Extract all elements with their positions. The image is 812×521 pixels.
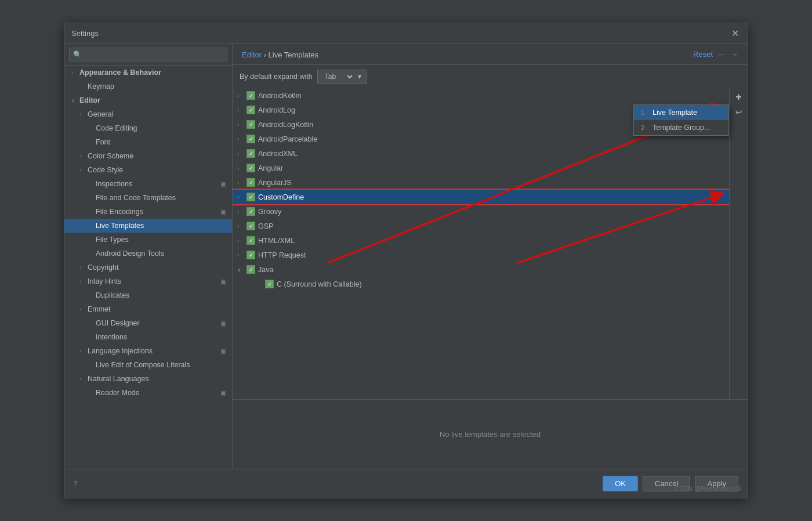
sidebar-item-emmet[interactable]: › Emmet xyxy=(64,302,232,316)
checkbox-icon[interactable] xyxy=(246,178,255,187)
chevron-icon: › xyxy=(237,223,244,229)
chevron-icon: ∨ xyxy=(237,267,244,273)
dropdown-live-template[interactable]: 1 Live Template xyxy=(634,105,728,120)
sidebar-item-label: Natural Languages xyxy=(88,375,149,383)
group-label: AngularJS xyxy=(258,179,292,187)
sidebar-item-general[interactable]: › General xyxy=(64,107,232,121)
ok-button[interactable]: OK xyxy=(603,476,638,491)
group-groovy[interactable]: › Groovy xyxy=(233,204,729,219)
search-input[interactable] xyxy=(69,48,227,61)
checkbox-icon[interactable] xyxy=(265,280,274,288)
sidebar: › Appearance & Behavior Keymap ∨ Editor … xyxy=(64,44,233,469)
group-label: CustomDefine xyxy=(258,193,304,201)
sidebar-item-file-types[interactable]: File Types xyxy=(64,233,232,247)
sidebar-item-code-style[interactable]: › Code Style xyxy=(64,163,232,177)
checkbox-icon[interactable] xyxy=(246,193,255,201)
sidebar-item-code-editing[interactable]: Code Editing xyxy=(64,121,232,135)
add-button[interactable]: + xyxy=(733,91,745,103)
sidebar-item-appearance[interactable]: › Appearance & Behavior xyxy=(64,66,232,79)
group-label: AndroidXML xyxy=(258,150,298,158)
item-label: Live Template xyxy=(652,108,697,117)
group-label: Java xyxy=(258,266,273,274)
sidebar-item-editor[interactable]: ∨ Editor xyxy=(64,93,232,107)
sidebar-item-font[interactable]: Font xyxy=(64,135,232,149)
toolbar: By default expand with Tab Space Enter ▾ xyxy=(233,65,748,88)
chevron-icon: › xyxy=(237,122,244,128)
checkbox-icon[interactable] xyxy=(246,106,255,114)
group-android-kotlin[interactable]: › AndroidKotlin xyxy=(233,88,729,103)
chevron-icon: › xyxy=(79,376,85,382)
sidebar-item-file-encodings[interactable]: File Encodings ▣ xyxy=(64,205,232,219)
group-label: HTML/XML xyxy=(258,237,295,245)
chevron-icon: › xyxy=(79,278,85,284)
search-box xyxy=(64,44,232,66)
templates-area: › AndroidKotlin › AndroidLog › AndroidLo… xyxy=(233,88,748,399)
item-num: 1 xyxy=(641,109,648,116)
dropdown-chevron-icon: ▾ xyxy=(358,73,361,81)
badge-icon: ▣ xyxy=(220,389,226,397)
sidebar-item-language-injections[interactable]: › Language Injections ▣ xyxy=(64,344,232,358)
sidebar-item-file-code-templates[interactable]: File and Code Templates xyxy=(64,191,232,205)
sidebar-item-label: GUI Designer xyxy=(96,319,140,327)
sidebar-item-natural-languages[interactable]: › Natural Languages xyxy=(64,372,232,386)
breadcrumb: Editor › Live Templates xyxy=(242,49,318,60)
group-android-xml[interactable]: › AndroidXML xyxy=(233,146,729,161)
checkbox-icon[interactable] xyxy=(246,207,255,216)
sidebar-item-live-edit-compose[interactable]: Live Edit of Compose Literals xyxy=(64,358,232,372)
template-java-c[interactable]: C (Surround with Callable) xyxy=(233,277,729,291)
checkbox-icon[interactable] xyxy=(246,135,255,143)
group-angular-js[interactable]: › AngularJS xyxy=(233,175,729,190)
group-label: AndroidParcelable xyxy=(258,135,317,143)
sidebar-item-inlay-hints[interactable]: › Inlay Hints ▣ xyxy=(64,274,232,288)
sidebar-item-copyright[interactable]: › Copyright xyxy=(64,260,232,274)
close-button[interactable]: ✕ xyxy=(729,28,741,39)
breadcrumb-parent[interactable]: Editor xyxy=(242,50,262,59)
group-custom-define[interactable]: › CustomDefine xyxy=(233,190,729,204)
sidebar-item-label: Inspections xyxy=(96,180,132,188)
group-label: Angular xyxy=(258,164,283,172)
sidebar-item-gui-designer[interactable]: GUI Designer ▣ xyxy=(64,316,232,330)
sidebar-item-intentions[interactable]: Intentions xyxy=(64,330,232,344)
dropdown-template-group[interactable]: 2 Template Group... xyxy=(634,120,728,135)
sidebar-item-label: Code Editing xyxy=(96,124,137,132)
sidebar-item-reader-mode[interactable]: Reader Mode ▣ xyxy=(64,386,232,400)
sidebar-item-inspections[interactable]: Inspections ▣ xyxy=(64,177,232,191)
sidebar-item-keymap[interactable]: Keymap xyxy=(64,79,232,93)
sidebar-item-live-templates[interactable]: Live Templates xyxy=(64,219,232,233)
help-icon[interactable]: ? xyxy=(74,480,78,488)
undo-button[interactable]: ↩ xyxy=(733,106,745,118)
checkbox-icon[interactable] xyxy=(246,91,255,100)
expand-label: By default expand with xyxy=(240,73,313,81)
checkbox-icon[interactable] xyxy=(246,120,255,129)
sidebar-item-label: Live Templates xyxy=(96,222,144,230)
group-gsp[interactable]: › GSP xyxy=(233,219,729,233)
sidebar-item-label: General xyxy=(88,110,113,118)
sidebar-tree: › Appearance & Behavior Keymap ∨ Editor … xyxy=(64,66,232,469)
checkbox-icon[interactable] xyxy=(246,265,255,274)
checkbox-icon[interactable] xyxy=(246,164,255,172)
sidebar-item-label: Keymap xyxy=(88,82,114,91)
group-html-xml[interactable]: › HTML/XML xyxy=(233,233,729,248)
checkbox-icon[interactable] xyxy=(246,222,255,230)
expand-select[interactable]: Tab Space Enter xyxy=(322,72,354,81)
forward-button[interactable]: → xyxy=(730,50,738,59)
breadcrumb-actions: Reset ← → xyxy=(693,50,738,59)
group-java[interactable]: ∨ Java xyxy=(233,262,729,277)
right-panel-buttons: + ↩ 1 Live Template 2 Template Group... xyxy=(729,88,748,399)
sidebar-item-duplicates[interactable]: Duplicates xyxy=(64,288,232,302)
sidebar-item-color-scheme[interactable]: › Color Scheme xyxy=(64,149,232,163)
sidebar-item-label: File and Code Templates xyxy=(96,194,176,202)
checkbox-icon[interactable] xyxy=(246,236,255,245)
checkbox-icon[interactable] xyxy=(246,149,255,158)
group-angular[interactable]: › Angular xyxy=(233,161,729,175)
main-content: Editor › Live Templates Reset ← → By def… xyxy=(233,44,748,469)
reset-button[interactable]: Reset xyxy=(693,50,713,59)
chevron-icon: › xyxy=(237,180,244,186)
sidebar-item-android-design-tools[interactable]: Android Design Tools xyxy=(64,247,232,260)
back-button[interactable]: ← xyxy=(717,50,726,59)
group-http-request[interactable]: › HTTP Request xyxy=(233,248,729,262)
checkbox-icon[interactable] xyxy=(246,251,255,259)
sidebar-item-label: Intentions xyxy=(96,333,127,341)
sidebar-item-label: Inlay Hints xyxy=(88,277,121,285)
expand-dropdown[interactable]: Tab Space Enter ▾ xyxy=(317,70,367,84)
